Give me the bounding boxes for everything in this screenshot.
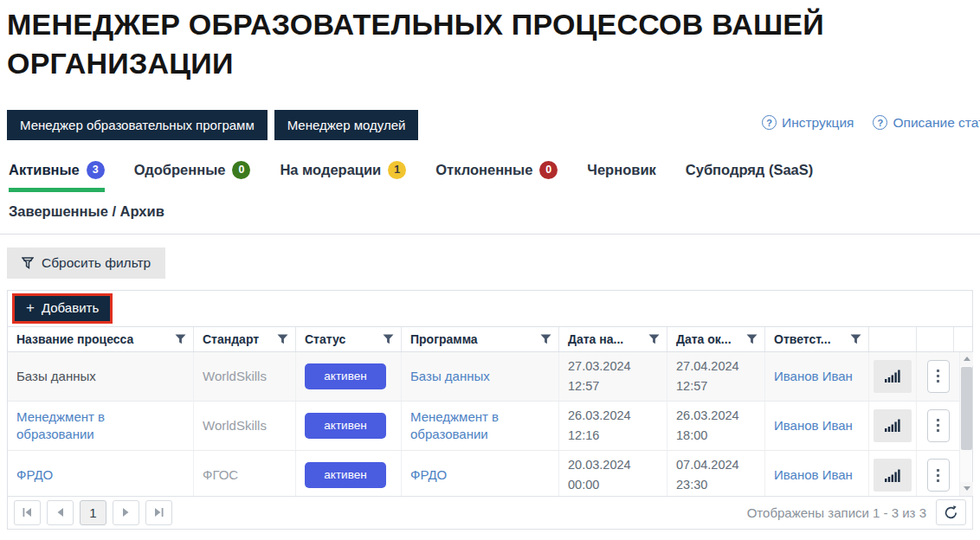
toolbar: Менеджер образовательных программ Менедж… <box>7 109 973 141</box>
previous-page-button[interactable] <box>47 500 74 525</box>
table-header-row: Название процесса Стандарт Статус Програ… <box>8 326 972 352</box>
date-start-time: 12:16 <box>568 426 658 446</box>
row-menu-button[interactable] <box>927 360 950 393</box>
column-header-stats <box>869 327 917 351</box>
column-header-date-end[interactable]: Дата ок... <box>667 327 765 351</box>
table-footer: 1 Отображены записи 1 - 3 из 3 <box>8 496 972 529</box>
scroll-up-button[interactable] <box>960 352 973 366</box>
manager-programs-button[interactable]: Менеджер образовательных программ <box>7 110 268 140</box>
filter-icon[interactable] <box>277 334 288 344</box>
help-links: ? Инструкция ? Описание статусов <box>762 115 980 131</box>
first-page-button[interactable] <box>14 500 41 525</box>
date-start-cell: 27.03.2024 12:57 <box>559 352 667 401</box>
filter-icon[interactable] <box>850 334 861 344</box>
filter-icon[interactable] <box>175 334 186 344</box>
filter-icon[interactable] <box>383 334 394 344</box>
column-header-program[interactable]: Программа <box>402 327 559 351</box>
bar-chart-icon <box>885 370 900 382</box>
tab-rejected[interactable]: Отклоненные 0 <box>435 161 558 192</box>
filter-clear-icon <box>22 257 34 269</box>
records-info: Отображены записи 1 - 3 из 3 <box>747 505 926 520</box>
reset-filter-button[interactable]: Сбросить фильтр <box>7 248 165 279</box>
responsible-cell: Иванов Иван <box>765 451 869 500</box>
scroll-down-button[interactable] <box>960 482 973 496</box>
column-header-label: Дата ок... <box>676 332 732 346</box>
tab-approved[interactable]: Одобренные 0 <box>134 161 251 192</box>
program-link[interactable]: ФРДО <box>410 466 550 484</box>
table-row: Менеджмент в образовании WorldSkills акт… <box>8 402 959 451</box>
stats-button[interactable] <box>874 459 912 492</box>
column-header-standard[interactable]: Стандарт <box>194 327 296 351</box>
add-button[interactable]: + Добавить <box>12 293 113 324</box>
column-header-status[interactable]: Статус <box>296 327 402 351</box>
program-link[interactable]: Менеджмент в образовании <box>410 408 550 444</box>
refresh-button[interactable] <box>936 499 966 525</box>
column-header-name[interactable]: Название процесса <box>8 327 194 351</box>
actions-cell <box>917 402 959 450</box>
table-row: Базы данных WorldSkills активен Базы дан… <box>8 352 959 402</box>
status-badge: активен <box>305 462 386 488</box>
program-link[interactable]: Базы данных <box>410 368 550 385</box>
column-header-label: Статус <box>305 332 345 346</box>
instruction-link[interactable]: ? Инструкция <box>762 115 854 131</box>
column-header-label: Название процесса <box>16 332 133 346</box>
stats-button[interactable] <box>874 409 912 442</box>
previous-page-icon <box>56 508 64 517</box>
column-header-label: Стандарт <box>203 332 259 346</box>
stats-button[interactable] <box>874 360 912 393</box>
column-header-responsible[interactable]: Ответст... <box>765 327 869 351</box>
last-page-button[interactable] <box>145 500 172 525</box>
tab-label: Одобренные <box>134 162 226 178</box>
page-number-button[interactable]: 1 <box>80 500 106 525</box>
status-cell: активен <box>296 402 402 450</box>
status-description-link-label: Описание статусов <box>893 115 980 131</box>
process-name-link[interactable]: Менеджмент в образовании <box>16 408 184 444</box>
bar-chart-icon <box>885 469 900 482</box>
program-cell: Базы данных <box>402 352 559 401</box>
tab-subcontract[interactable]: Субподряд (SaaS) <box>686 161 814 192</box>
process-name[interactable]: Базы данных <box>16 368 184 385</box>
next-page-icon <box>122 508 130 517</box>
standard-cell: ФГОС <box>194 451 296 500</box>
last-page-icon <box>154 508 164 517</box>
filter-icon[interactable] <box>540 334 551 344</box>
next-page-button[interactable] <box>113 500 139 525</box>
status-cell: активен <box>296 451 402 500</box>
date-start-time: 00:00 <box>568 475 658 495</box>
standard-value: WorldSkills <box>203 417 287 434</box>
status-description-link[interactable]: ? Описание статусов <box>873 115 980 131</box>
manager-modules-button[interactable]: Менеджер модулей <box>274 110 419 140</box>
date-end-date: 27.04.2024 <box>676 357 756 376</box>
stats-cell <box>869 352 917 401</box>
footer-right: Отображены записи 1 - 3 из 3 <box>747 499 966 525</box>
row-menu-button[interactable] <box>927 409 950 442</box>
vertical-scrollbar[interactable] <box>959 352 972 496</box>
filter-icon[interactable] <box>648 334 660 344</box>
tab-draft[interactable]: Черновик <box>587 161 655 192</box>
tab-archive[interactable]: Завершенные / Архив <box>9 203 971 220</box>
arrow-down-icon <box>964 486 970 491</box>
responsible-link[interactable]: Иванов Иван <box>774 368 860 385</box>
process-name-link[interactable]: ФРДО <box>16 466 184 484</box>
date-start-cell: 20.03.2024 00:00 <box>559 451 667 500</box>
add-button-label: Добавить <box>42 300 99 315</box>
filter-icon[interactable] <box>746 334 758 344</box>
tab-active[interactable]: Активные 3 <box>9 161 105 192</box>
stats-cell <box>869 402 917 450</box>
tab-label: Черновик <box>587 162 655 178</box>
standard-cell: WorldSkills <box>194 402 296 450</box>
tab-count-badge: 3 <box>87 161 105 179</box>
process-name-cell: Менеджмент в образовании <box>8 402 194 450</box>
responsible-cell: Иванов Иван <box>765 402 869 450</box>
column-header-label: Дата на... <box>568 332 623 346</box>
tab-moderation[interactable]: На модерации 1 <box>280 161 406 192</box>
column-header-date-start[interactable]: Дата на... <box>559 327 667 351</box>
column-header-label: Программа <box>410 332 478 346</box>
row-menu-button[interactable] <box>927 459 950 492</box>
tabs-second-row: Завершенные / Архив <box>7 192 973 234</box>
responsible-link[interactable]: Иванов Иван <box>774 417 860 434</box>
instruction-link-label: Инструкция <box>782 115 854 131</box>
responsible-link[interactable]: Иванов Иван <box>774 466 860 484</box>
scrollbar-thumb[interactable] <box>961 367 972 450</box>
program-cell: ФРДО <box>402 451 559 500</box>
